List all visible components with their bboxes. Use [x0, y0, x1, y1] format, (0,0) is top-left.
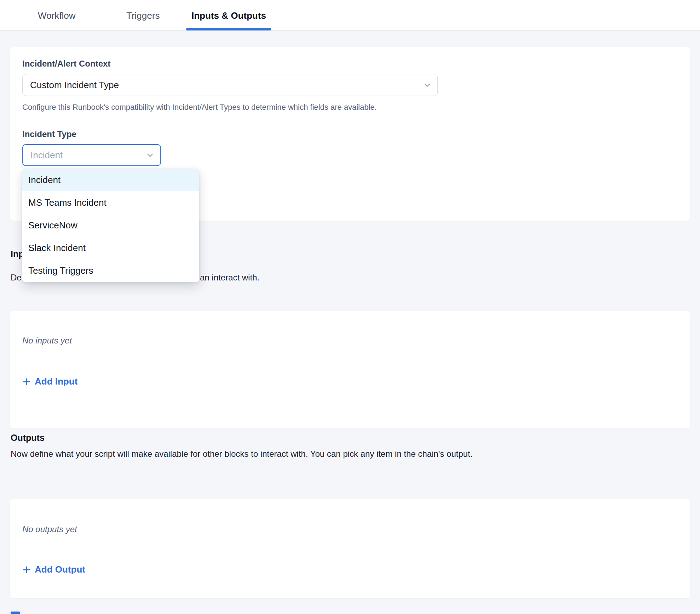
outputs-description: Now define what your script will make av…	[11, 449, 472, 459]
chevron-down-icon	[423, 80, 432, 90]
add-output-button[interactable]: Add Output	[22, 564, 85, 575]
incident-type-dropdown-menu: Incident MS Teams Incident ServiceNow Sl…	[22, 169, 199, 282]
context-helper-text: Configure this Runbook's compatibility w…	[22, 103, 377, 112]
no-outputs-text: No outputs yet	[22, 524, 77, 534]
incident-type-select[interactable]: Incident	[22, 144, 161, 166]
menu-option-slack-incident[interactable]: Slack Incident	[22, 237, 199, 259]
add-output-label: Add Output	[35, 564, 85, 575]
add-input-button[interactable]: Add Input	[22, 376, 78, 387]
plus-icon	[22, 377, 31, 386]
add-input-label: Add Input	[35, 376, 78, 387]
menu-option-testing-triggers[interactable]: Testing Triggers	[22, 259, 199, 282]
plus-icon	[22, 565, 31, 574]
incident-alert-context-value: Custom Incident Type	[30, 80, 119, 91]
incident-alert-context-label: Incident/Alert Context	[22, 59, 110, 69]
inputs-description-end: an interact with.	[200, 273, 259, 283]
no-inputs-text: No inputs yet	[22, 336, 72, 346]
tab-workflow[interactable]: Workflow	[38, 10, 75, 21]
outputs-heading: Outputs	[11, 433, 45, 443]
outputs-card: No outputs yet Add Output	[10, 499, 690, 598]
incident-type-placeholder: Incident	[30, 150, 63, 161]
tab-inputs-outputs[interactable]: Inputs & Outputs	[191, 10, 266, 21]
menu-option-ms-teams-incident[interactable]: MS Teams Incident	[22, 191, 199, 214]
bottom-left-partial-element[interactable]	[11, 612, 20, 614]
tab-bar: Workflow Triggers Inputs & Outputs	[0, 0, 700, 31]
tab-triggers[interactable]: Triggers	[126, 10, 160, 21]
inputs-card: No inputs yet Add Input	[10, 311, 690, 428]
page: Workflow Triggers Inputs & Outputs Incid…	[0, 0, 700, 614]
active-tab-underline	[186, 28, 271, 30]
menu-option-incident[interactable]: Incident	[22, 169, 199, 191]
inputs-description-start: De	[11, 273, 22, 283]
chevron-down-icon	[145, 150, 155, 160]
incident-type-label: Incident Type	[22, 129, 76, 139]
incident-alert-context-select[interactable]: Custom Incident Type	[22, 74, 438, 96]
menu-option-servicenow[interactable]: ServiceNow	[22, 214, 199, 237]
